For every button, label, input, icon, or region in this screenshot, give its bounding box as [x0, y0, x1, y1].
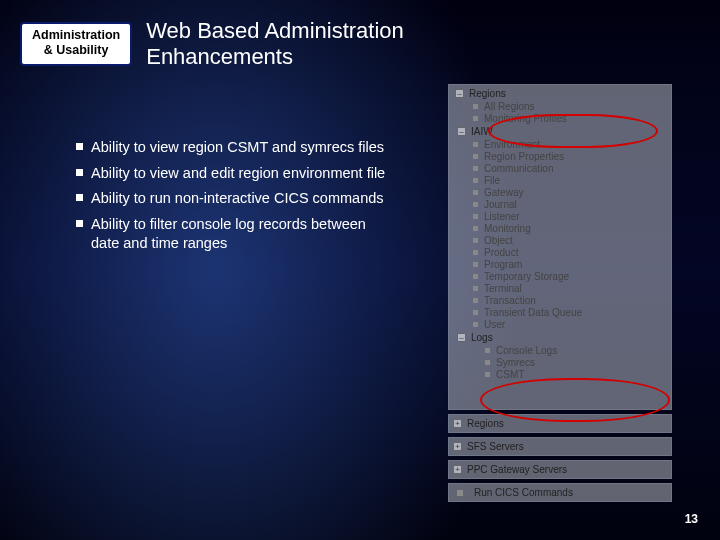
tree-item: Product	[473, 246, 669, 258]
bullet-dot-icon	[473, 322, 478, 327]
bullet-item: Ability to view and edit region environm…	[76, 164, 386, 184]
admin-tree-screenshot: – Regions All Regions Monitoring Profile…	[448, 84, 672, 506]
badge-line-2: & Usability	[32, 43, 120, 58]
tree-item-label: Monitoring Profiles	[484, 113, 567, 124]
tree-item-label: Program	[484, 259, 522, 270]
bullet-item: Ability to view region CSMT and symrecs …	[76, 138, 386, 158]
bullet-dot-icon	[473, 116, 478, 121]
tree-item-label: Object	[484, 235, 513, 246]
expand-icon: +	[453, 465, 462, 474]
tree-item-label: Temporary Storage	[484, 271, 569, 282]
bullet-dot-icon	[473, 142, 478, 147]
tree-item-label: File	[484, 175, 500, 186]
tree-item: Temporary Storage	[473, 270, 669, 282]
tree-item-label: Listener	[484, 211, 520, 222]
bullet-square-icon	[76, 169, 83, 176]
tree-header-regions: – Regions	[451, 87, 669, 100]
tree-item: Object	[473, 234, 669, 246]
tree-item: Console Logs	[485, 344, 669, 356]
bullet-text: Ability to filter console log records be…	[91, 215, 386, 254]
tree-item-label: Environment	[484, 139, 540, 150]
square-icon	[457, 490, 463, 496]
tree-item-label: Console Logs	[496, 345, 557, 356]
bullet-dot-icon	[485, 348, 490, 353]
tree-item-label: Transient Data Queue	[484, 307, 582, 318]
tree-header-label: Logs	[471, 332, 493, 343]
page-number: 13	[685, 512, 698, 526]
tree-item: Journal	[473, 198, 669, 210]
collapse-icon: –	[457, 333, 466, 342]
bullet-dot-icon	[473, 262, 478, 267]
mini-panel: Run CICS Commands	[448, 483, 672, 502]
tree-header-label: IAIW	[471, 126, 493, 137]
title-line-2: Enhancements	[146, 44, 404, 70]
tree-item: File	[473, 174, 669, 186]
bullet-dot-icon	[473, 190, 478, 195]
bullet-dot-icon	[473, 238, 478, 243]
mini-panel: +Regions	[448, 414, 672, 433]
tree-item: Monitoring Profiles	[473, 112, 669, 124]
mini-panel: +SFS Servers	[448, 437, 672, 456]
expand-icon: +	[453, 419, 462, 428]
bullet-list: Ability to view region CSMT and symrecs …	[76, 138, 386, 260]
bullet-dot-icon	[473, 214, 478, 219]
tree-item: Monitoring	[473, 222, 669, 234]
bullet-dot-icon	[473, 202, 478, 207]
tree-item-label: User	[484, 319, 505, 330]
mini-panel-label: Run CICS Commands	[474, 487, 573, 498]
tree-item: Communication	[473, 162, 669, 174]
tree-item: Symrecs	[485, 356, 669, 368]
mini-panel-label: PPC Gateway Servers	[467, 464, 567, 475]
tree-item-label: Terminal	[484, 283, 522, 294]
bullet-dot-icon	[485, 372, 490, 377]
topic-badge: Administration & Usability	[20, 22, 132, 66]
mini-panel-label: SFS Servers	[467, 441, 524, 452]
tree-item: Environment	[473, 138, 669, 150]
tree-item-label: Region Properties	[484, 151, 564, 162]
bullet-dot-icon	[473, 250, 478, 255]
tree-item-label: Product	[484, 247, 518, 258]
tree-header-logs: – Logs	[457, 332, 669, 343]
bullet-item: Ability to run non-interactive CICS comm…	[76, 189, 386, 209]
tree-item: CSMT	[485, 368, 669, 380]
collapse-icon: –	[457, 127, 466, 136]
tree-item-label: Transaction	[484, 295, 536, 306]
bullet-square-icon	[76, 143, 83, 150]
bullet-dot-icon	[473, 286, 478, 291]
bullet-dot-icon	[473, 298, 478, 303]
title-line-1: Web Based Administration	[146, 18, 404, 44]
tree-item: User	[473, 318, 669, 330]
bullet-text: Ability to run non-interactive CICS comm…	[91, 189, 384, 209]
bullet-square-icon	[76, 220, 83, 227]
expand-icon: +	[453, 442, 462, 451]
tree-item: Region Properties	[473, 150, 669, 162]
bullet-item: Ability to filter console log records be…	[76, 215, 386, 254]
bullet-dot-icon	[473, 166, 478, 171]
tree-item-label: Symrecs	[496, 357, 535, 368]
bullet-text: Ability to view and edit region environm…	[91, 164, 385, 184]
bullet-dot-icon	[473, 104, 478, 109]
mini-panel: +PPC Gateway Servers	[448, 460, 672, 479]
bullet-dot-icon	[485, 360, 490, 365]
bullet-dot-icon	[473, 154, 478, 159]
tree-item: Transaction	[473, 294, 669, 306]
tree-panel-main: – Regions All Regions Monitoring Profile…	[448, 84, 672, 410]
mini-panel-label: Regions	[467, 418, 504, 429]
bullet-dot-icon	[473, 310, 478, 315]
tree-item-label: Gateway	[484, 187, 523, 198]
tree-item: Transient Data Queue	[473, 306, 669, 318]
tree-item-label: Communication	[484, 163, 553, 174]
tree-item: All Regions	[473, 100, 669, 112]
badge-line-1: Administration	[32, 28, 120, 43]
tree-header-region: – IAIW	[457, 126, 669, 137]
collapse-icon: –	[455, 89, 464, 98]
slide-title: Web Based Administration Enhancements	[146, 18, 404, 71]
bullet-text: Ability to view region CSMT and symrecs …	[91, 138, 384, 158]
tree-item: Listener	[473, 210, 669, 222]
bullet-dot-icon	[473, 226, 478, 231]
tree-item-label: Monitoring	[484, 223, 531, 234]
tree-item-label: CSMT	[496, 369, 524, 380]
bullet-dot-icon	[473, 178, 478, 183]
tree-item: Program	[473, 258, 669, 270]
bullet-square-icon	[76, 194, 83, 201]
